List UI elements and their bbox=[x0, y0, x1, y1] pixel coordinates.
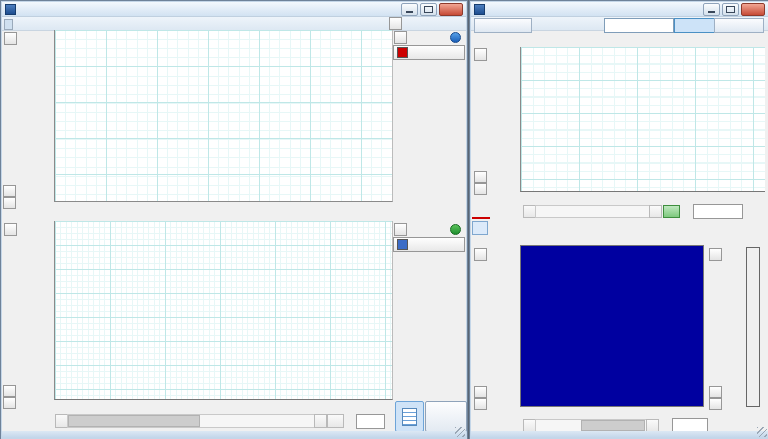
rms-range-dropdown[interactable] bbox=[394, 223, 407, 236]
spectrum-scale-dropdown[interactable] bbox=[474, 48, 487, 61]
chart-page-icon bbox=[402, 408, 417, 426]
resize-grip[interactable] bbox=[455, 427, 465, 437]
spectrum-trace[interactable] bbox=[521, 47, 765, 191]
toolbar-left-box[interactable] bbox=[4, 19, 13, 30]
emg-color-swatch bbox=[397, 47, 408, 58]
sgram-compression-decrease[interactable] bbox=[659, 419, 670, 430]
spectrum-zoom-out-button[interactable] bbox=[474, 183, 487, 195]
sgram-scrollbar-thumb[interactable] bbox=[581, 420, 645, 431]
jump-to-end-button[interactable] bbox=[327, 414, 344, 428]
scroll-right-arrow[interactable] bbox=[314, 414, 327, 428]
spectrum-compression-increase[interactable] bbox=[744, 204, 756, 217]
minimize-button[interactable] bbox=[401, 3, 418, 16]
time-scrollbar-thumb[interactable] bbox=[68, 415, 200, 427]
raw-emg-plot[interactable] bbox=[54, 30, 393, 202]
emg-zoom-out-button[interactable] bbox=[3, 197, 16, 209]
resize-grip[interactable] bbox=[757, 427, 767, 437]
channel-1-button[interactable] bbox=[472, 221, 488, 235]
colorbar-scale-dropdown[interactable] bbox=[709, 248, 722, 261]
minimize-icon bbox=[708, 11, 715, 13]
sgram-zoom-in-left[interactable] bbox=[474, 386, 487, 398]
rms-zoom-in-button[interactable] bbox=[3, 385, 16, 397]
sgram-scale-dropdown[interactable] bbox=[474, 248, 487, 261]
spectrum-scrollbar[interactable] bbox=[535, 205, 650, 218]
spectrum-view-window bbox=[469, 0, 768, 439]
emg-channel-legend[interactable] bbox=[393, 45, 465, 60]
spectrum-zoom-in-button[interactable] bbox=[474, 171, 487, 183]
rms-color-swatch bbox=[397, 239, 408, 250]
rms-plot[interactable] bbox=[54, 221, 393, 400]
maximize-button[interactable] bbox=[420, 3, 437, 16]
settings-button[interactable] bbox=[474, 18, 532, 33]
compression-decrease-button[interactable] bbox=[344, 415, 355, 426]
sgram-compression-increase[interactable] bbox=[709, 418, 721, 431]
window-bottom-frame bbox=[2, 431, 466, 438]
minimize-icon bbox=[406, 11, 413, 13]
chart-view-window bbox=[0, 0, 468, 439]
rms-info-icon[interactable] bbox=[450, 224, 461, 235]
rate-dropdown[interactable] bbox=[389, 17, 402, 30]
spectrum-view-titlebar[interactable] bbox=[471, 2, 768, 17]
maximize-icon bbox=[424, 6, 433, 13]
maximize-button[interactable] bbox=[722, 3, 739, 16]
rms-zoom-out-button[interactable] bbox=[3, 397, 16, 409]
colorbar bbox=[746, 247, 760, 407]
app-icon bbox=[474, 4, 485, 15]
spectrogram-heatmap[interactable] bbox=[521, 246, 703, 406]
spectrum-scroll-right[interactable] bbox=[649, 205, 662, 218]
raw-emg-trace[interactable] bbox=[55, 30, 392, 201]
compression-ratio-box[interactable] bbox=[356, 414, 385, 429]
chart-view-toggle-button[interactable] bbox=[395, 401, 424, 432]
app-icon bbox=[5, 4, 16, 15]
minimize-button[interactable] bbox=[703, 3, 720, 16]
window-bottom-frame bbox=[471, 431, 768, 438]
latest-toggle-button[interactable] bbox=[714, 18, 764, 33]
rms-scale-dropdown[interactable] bbox=[4, 223, 17, 236]
emg-range-dropdown[interactable] bbox=[394, 31, 407, 44]
emg-info-icon[interactable] bbox=[450, 32, 461, 43]
rms-trace[interactable] bbox=[55, 221, 392, 399]
channel-select[interactable] bbox=[604, 18, 674, 33]
close-button[interactable] bbox=[439, 3, 463, 16]
close-button[interactable] bbox=[741, 3, 765, 16]
spectrogram-plot[interactable] bbox=[520, 245, 704, 407]
emg-zoom-in-button[interactable] bbox=[3, 185, 16, 197]
maximize-icon bbox=[726, 6, 735, 13]
channel-color-bar bbox=[472, 217, 490, 219]
autoscale-button[interactable] bbox=[663, 205, 680, 218]
time-scrollbar[interactable] bbox=[67, 414, 315, 428]
spectrum-compression-decrease[interactable] bbox=[680, 205, 691, 216]
spectrum-plot[interactable] bbox=[520, 47, 765, 192]
sgram-zoom-in-right[interactable] bbox=[709, 386, 722, 398]
spectrum-compression-box[interactable] bbox=[693, 204, 743, 219]
sgram-zoom-out-right[interactable] bbox=[709, 398, 722, 410]
chart-view-titlebar[interactable] bbox=[2, 2, 466, 17]
sgram-zoom-out-left[interactable] bbox=[474, 398, 487, 410]
emg-scale-dropdown[interactable] bbox=[4, 32, 17, 45]
rms-channel-legend[interactable] bbox=[393, 237, 465, 252]
